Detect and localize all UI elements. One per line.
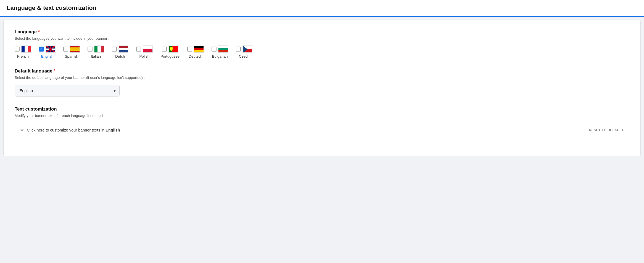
language-label-de: Deutsch [189, 54, 202, 58]
language-checkbox-es[interactable] [63, 47, 68, 52]
language-checkbox-pl[interactable] [136, 47, 141, 52]
flag-pl [143, 45, 153, 53]
language-item-pt[interactable]: Portuguese [160, 45, 180, 58]
flag-en [46, 45, 56, 53]
flag-pt [168, 45, 178, 53]
language-checkbox-pt[interactable] [162, 47, 167, 52]
page-title: Language & text customization [7, 4, 96, 11]
languages-grid: FrenchEnglishSpanishItalianDutchPolishPo… [15, 45, 629, 58]
text-customization-title: Text customization [15, 106, 629, 112]
customize-text-label: Click here to customize your banner text… [27, 128, 120, 132]
language-item-pl[interactable]: Polish [136, 45, 153, 58]
flag-bg [218, 45, 228, 53]
reset-to-default-button[interactable]: RESET TO DEFAULT [589, 128, 624, 132]
language-item-it[interactable]: Italian [88, 45, 104, 58]
flag-nl [118, 45, 128, 53]
language-label-es: Spanish [65, 54, 78, 58]
flag-it [94, 45, 104, 53]
text-customization-section: Text customization Modify your banner te… [15, 106, 629, 137]
text-customization-description: Modify your banner texts for each langua… [15, 114, 629, 118]
flag-es [70, 45, 80, 53]
language-label-pl: Polish [139, 54, 150, 58]
language-section-title: Language * [15, 29, 629, 35]
default-language-select[interactable]: EnglishFrenchSpanishItalianDutchPolishPo… [15, 85, 120, 96]
customize-text-left: ✏ Click here to customize your banner te… [20, 127, 120, 133]
language-checkbox-en[interactable] [39, 47, 44, 52]
default-language-required-star: * [54, 68, 56, 74]
language-checkbox-cz[interactable] [236, 47, 241, 52]
default-language-title: Default language * [15, 68, 629, 74]
language-checkbox-it[interactable] [88, 47, 93, 52]
flag-de [194, 45, 204, 53]
language-description: Select the languages you want to include… [15, 36, 629, 41]
language-item-en[interactable]: English [39, 45, 56, 58]
language-label-pt: Portuguese [160, 54, 180, 58]
language-label-en: English [41, 54, 53, 58]
language-label-fr: French [17, 54, 29, 58]
language-item-es[interactable]: Spanish [63, 45, 80, 58]
language-item-de[interactable]: Deutsch [187, 45, 204, 58]
language-item-bg[interactable]: Bulgarian [212, 45, 228, 58]
language-section: Language * Select the languages you want… [15, 29, 629, 58]
language-item-fr[interactable]: French [15, 45, 31, 58]
language-item-cz[interactable]: Czech [236, 45, 252, 58]
flag-fr [21, 45, 31, 53]
language-item-nl[interactable]: Dutch [112, 45, 128, 58]
language-checkbox-nl[interactable] [112, 47, 117, 52]
language-label-it: Italian [91, 54, 101, 58]
language-checkbox-de[interactable] [187, 47, 192, 52]
language-label-cz: Czech [239, 54, 249, 58]
default-language-select-wrapper: EnglishFrenchSpanishItalianDutchPolishPo… [15, 85, 120, 96]
language-required-star: * [38, 29, 40, 35]
main-content: Language * Select the languages you want… [3, 20, 641, 156]
page-header: Language & text customization [0, 0, 644, 17]
default-language-description: Select the default language of your bann… [15, 76, 629, 80]
customize-banner-texts-row[interactable]: ✏ Click here to customize your banner te… [15, 123, 629, 137]
flag-cz [242, 45, 252, 53]
language-label-nl: Dutch [115, 54, 125, 58]
customize-language-bold: English [105, 128, 120, 132]
language-checkbox-fr[interactable] [15, 47, 20, 52]
pencil-icon: ✏ [20, 127, 24, 133]
default-language-section: Default language * Select the default la… [15, 68, 629, 96]
language-checkbox-bg[interactable] [212, 47, 217, 52]
language-label-bg: Bulgarian [212, 54, 228, 58]
